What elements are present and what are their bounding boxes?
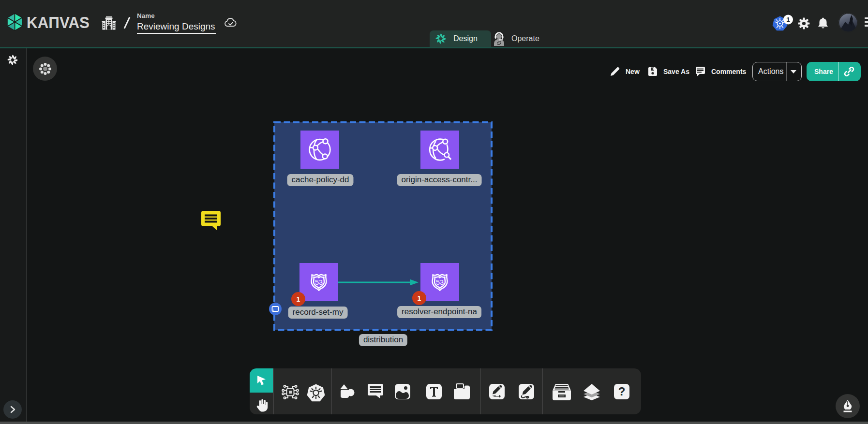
svg-text:?: ? [618,385,626,398]
svg-text:KAΠVAS: KAΠVAS [27,15,90,31]
svg-text:53: 53 [436,278,444,286]
svg-text:53: 53 [315,278,323,286]
svg-text:1: 1 [786,16,790,23]
